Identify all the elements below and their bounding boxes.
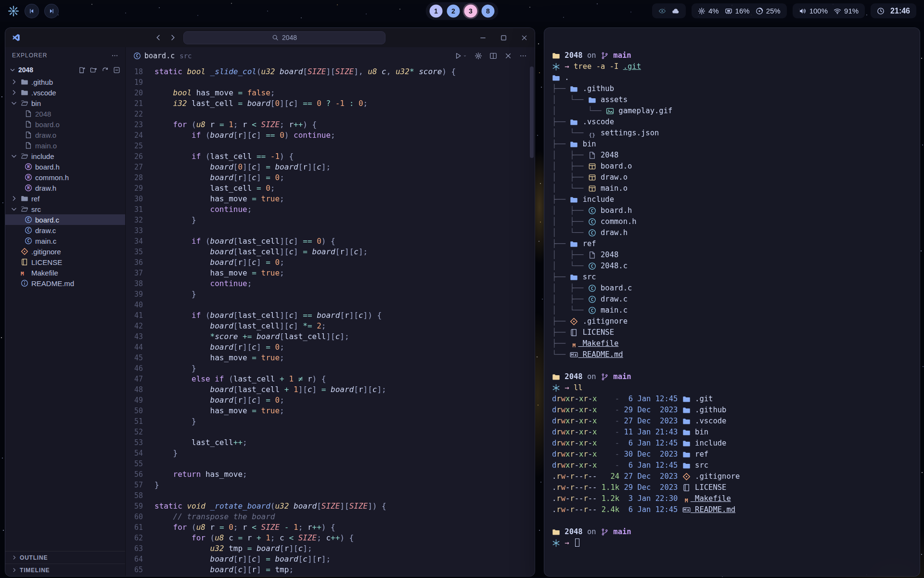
code-line-58[interactable]: 58 [126,490,535,501]
split-editor-icon[interactable] [489,52,497,60]
code-line-63[interactable]: 63 u32 tmp = board[r][c]; [126,543,535,554]
maximize-button[interactable] [500,34,507,41]
explorer-item-include[interactable]: include [5,151,125,161]
code-line-47[interactable]: 47 else if (last_cell + 1 ≠ r) { [126,374,535,384]
workspace-1[interactable]: 1 [430,4,443,17]
explorer-item-draw.c[interactable]: Cdraw.c [5,225,125,236]
code-line-39[interactable]: 39 } [126,289,535,300]
code-line-51[interactable]: 51 } [126,416,535,427]
code-line-28[interactable]: 28 board[r][c] = 0; [126,172,535,183]
launcher-icon[interactable] [8,5,19,17]
workspace-8[interactable]: 8 [482,4,495,17]
code-line-34[interactable]: 34 if (board[last_cell][c] == 0) { [126,236,535,247]
code-line-45[interactable]: 45 has_move = true; [126,353,535,363]
settings-icon[interactable] [475,52,482,60]
code-line-64[interactable]: 64 board[r][c] = board[c][r]; [126,554,535,565]
code-line-65[interactable]: 65 board[c][r] = tmp; [126,565,535,575]
code-line-48[interactable]: 48 board[last_cell + 1][c] = board[r][c]… [126,384,535,395]
refresh-icon[interactable] [102,66,109,74]
code-line-24[interactable]: 24 if (board[r][c] == 0) continue; [126,130,535,141]
new-file-icon[interactable] [78,66,86,74]
code-editor[interactable]: 18static bool _slide_col(u32 board[SIZE]… [126,65,535,576]
code-line-29[interactable]: 29 last_cell = 0; [126,183,535,194]
code-line-38[interactable]: 38 continue; [126,278,535,289]
explorer-item-2048[interactable]: 2048 [5,108,125,119]
code-line-60[interactable]: 60 // transpose the board [126,512,535,522]
vscode-titlebar[interactable]: 2048 [5,28,535,47]
timeline-section[interactable]: TIMELINE [5,564,125,576]
explorer-item-bin[interactable]: bin [5,98,125,108]
code-line-61[interactable]: 61 for (u8 r = 0; r < SIZE - 1; r++) { [126,522,535,533]
run-button[interactable] [454,52,467,60]
code-line-20[interactable]: 20 bool has_move = false; [126,88,535,98]
editor-scrollbar[interactable] [530,66,534,158]
code-line-36[interactable]: 36 board[r][c] = 0; [126,257,535,268]
explorer-more-icon[interactable] [111,52,118,59]
code-line-56[interactable]: 56 return has_move; [126,469,535,480]
explorer-item-board.o[interactable]: board.o [5,119,125,130]
collapse-all-icon[interactable] [113,66,120,74]
explorer-item-draw.o[interactable]: draw.o [5,130,125,140]
code-line-22[interactable]: 22 [126,109,535,119]
explorer-item-board.c[interactable]: Cboard.c [5,214,125,225]
new-folder-icon[interactable] [90,66,97,74]
explorer-item-draw.h[interactable]: Hdraw.h [5,183,125,193]
explorer-item-ref[interactable]: ref [5,193,125,204]
project-section-header[interactable]: 2048 [5,64,125,76]
code-line-21[interactable]: 21 i32 last_cell = board[0][c] == 0 ? -1… [126,98,535,109]
code-line-31[interactable]: 31 continue; [126,204,535,215]
code-line-57[interactable]: 57} [126,480,535,490]
code-line-35[interactable]: 35 board[last_cell][c] = board[r][c]; [126,247,535,257]
code-line-26[interactable]: 26 if (last_cell == -1) { [126,151,535,162]
explorer-item-Makefile[interactable]: MMakefile [5,267,125,278]
code-line-52[interactable]: 52 [126,427,535,437]
code-line-25[interactable]: 25 [126,141,535,151]
explorer-item-common.h[interactable]: Hcommon.h [5,172,125,183]
outline-section[interactable]: OUTLINE [5,551,125,564]
explorer-item-.vscode[interactable]: .vscode [5,87,125,98]
tab-filename[interactable]: board.c [144,52,175,60]
code-line-46[interactable]: 46 } [126,363,535,374]
code-line-53[interactable]: 53 last_cell++; [126,437,535,448]
system-stats[interactable]: 4% 16% 25% [692,3,787,18]
explorer-item-LICENSE[interactable]: LICENSE [5,257,125,267]
code-line-27[interactable]: 27 board[0][c] = board[r][c]; [126,162,535,172]
code-line-23[interactable]: 23 for (u8 r = 1; r < SIZE; r++) { [126,119,535,130]
explorer-item-board.h[interactable]: Hboard.h [5,161,125,172]
explorer-item-main.o[interactable]: main.o [5,140,125,151]
code-line-18[interactable]: 18static bool _slide_col(u32 board[SIZE]… [126,66,535,77]
audio-network[interactable]: 100% 91% [793,3,865,18]
code-line-54[interactable]: 54 } [126,448,535,459]
nav-back-icon[interactable] [154,34,162,41]
explorer-item-main.c[interactable]: Cmain.c [5,236,125,246]
code-line-50[interactable]: 50 has_move = true; [126,406,535,416]
explorer-item-.gitignore[interactable]: .gitignore [5,246,125,257]
explorer-item-src[interactable]: src [5,204,125,214]
close-button[interactable] [521,34,528,41]
code-line-19[interactable]: 19 [126,77,535,88]
workspace-2[interactable]: 2 [447,4,460,17]
explorer-item-README.md[interactable]: README.md [5,278,125,289]
code-line-33[interactable]: 33 [126,225,535,236]
code-line-62[interactable]: 62 for (u8 c = r + 1; c < SIZE; c++) { [126,533,535,543]
close-editor-icon[interactable] [504,52,512,60]
media-next-button[interactable] [44,4,59,18]
code-line-59[interactable]: 59static void _rotate_board(u32 board[SI… [126,501,535,512]
nav-forward-icon[interactable] [169,34,177,41]
more-actions-icon[interactable] [519,52,527,60]
clock-widget[interactable]: 21:46 [871,3,916,18]
workspace-3[interactable]: 3 [464,4,477,17]
code-line-32[interactable]: 32 } [126,215,535,225]
minimize-button[interactable] [479,34,487,41]
code-line-37[interactable]: 37 has_move = true; [126,268,535,278]
code-line-42[interactable]: 42 board[last_cell][c] *= 2; [126,321,535,331]
code-line-44[interactable]: 44 board[r][c] = 0; [126,342,535,353]
code-line-55[interactable]: 55 [126,459,535,469]
code-line-30[interactable]: 30 has_move = true; [126,194,535,204]
explorer-item-.github[interactable]: .github [5,77,125,87]
weather-widget[interactable] [652,3,686,18]
code-line-41[interactable]: 41 if (board[last_cell][c] == board[r][c… [126,310,535,321]
code-line-49[interactable]: 49 board[r][c] = 0; [126,395,535,406]
terminal-window[interactable]: 2048 on main → tree -a -I .git .├── .git… [544,27,920,577]
media-prev-button[interactable] [25,4,39,18]
